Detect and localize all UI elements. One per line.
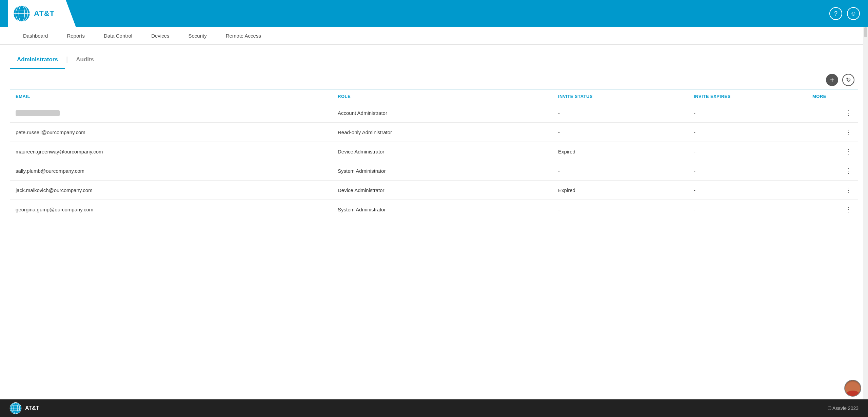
footer-logo: AT&T: [9, 402, 39, 414]
header-icons: ? ☺: [829, 7, 860, 20]
table-row: georgina.gump@ourcompany.comSystem Admin…: [10, 200, 858, 219]
more-options-icon[interactable]: ⋮: [845, 109, 852, 117]
cell-email: georgina.gump@ourcompany.com: [10, 200, 332, 219]
help-icon: ?: [834, 10, 837, 17]
nav-bar: Dashboard Reports Data Control Devices S…: [0, 27, 868, 45]
cell-role: Read-only Administrator: [332, 123, 553, 142]
cell-role: Device Administrator: [332, 181, 553, 200]
table-row: jack.malkovich@ourcompany.comDevice Admi…: [10, 181, 858, 200]
add-admin-button[interactable]: +: [826, 74, 838, 86]
main-content: Administrators | Audits + ↻ EMAIL ROLE: [0, 45, 868, 399]
nav-security[interactable]: Security: [179, 27, 216, 45]
help-button[interactable]: ?: [829, 7, 842, 20]
nav-devices[interactable]: Devices: [142, 27, 179, 45]
tab-administrators[interactable]: Administrators: [10, 51, 65, 69]
cell-more[interactable]: ⋮: [807, 103, 858, 123]
cell-invite-status: -: [553, 200, 688, 219]
att-logo-icon: [13, 5, 31, 22]
logo-area: AT&T: [8, 0, 76, 27]
col-header-role: ROLE: [332, 90, 553, 103]
top-header: AT&T ? ☺: [0, 0, 868, 27]
col-header-invite-status: INVITE STATUS: [553, 90, 688, 103]
col-header-email: EMAIL: [10, 90, 332, 103]
administrators-table: EMAIL ROLE INVITE STATUS INVITE EXPIRES …: [10, 89, 858, 219]
more-options-icon[interactable]: ⋮: [845, 128, 852, 136]
more-options-icon[interactable]: ⋮: [845, 205, 852, 213]
cell-role: System Administrator: [332, 161, 553, 181]
cell-invite-status: Expired: [553, 142, 688, 161]
cell-more[interactable]: ⋮: [807, 161, 858, 181]
refresh-icon: ↻: [846, 77, 851, 84]
more-options-icon[interactable]: ⋮: [845, 167, 852, 175]
tab-audits[interactable]: Audits: [69, 51, 101, 69]
tab-divider: |: [66, 56, 68, 65]
toolbar: + ↻: [10, 69, 858, 89]
cell-email: sally.plumb@ourcompany.com: [10, 161, 332, 181]
nav-remote-access[interactable]: Remote Access: [216, 27, 271, 45]
cell-invite-status: Expired: [553, 181, 688, 200]
cell-role: System Administrator: [332, 200, 553, 219]
cell-email: [10, 103, 332, 123]
avatar-button[interactable]: [844, 380, 861, 397]
cell-invite-status: -: [553, 123, 688, 142]
footer-copyright: © Asavie 2023: [828, 405, 859, 411]
cell-invite-expires: -: [688, 123, 807, 142]
cell-invite-status: -: [553, 161, 688, 181]
avatar-face: [845, 380, 861, 396]
cell-role: Device Administrator: [332, 142, 553, 161]
nav-dashboard[interactable]: Dashboard: [14, 27, 57, 45]
user-profile-button[interactable]: ☺: [847, 7, 860, 20]
nav-reports[interactable]: Reports: [57, 27, 94, 45]
more-options-icon[interactable]: ⋮: [845, 186, 852, 194]
table-header-row: EMAIL ROLE INVITE STATUS INVITE EXPIRES …: [10, 90, 858, 103]
nav-data-control[interactable]: Data Control: [94, 27, 142, 45]
more-options-icon[interactable]: ⋮: [845, 147, 852, 155]
avatar-hair: [846, 391, 859, 396]
cell-more[interactable]: ⋮: [807, 142, 858, 161]
scrollbar-thumb[interactable]: [864, 27, 867, 37]
cell-role: Account Administrator: [332, 103, 553, 123]
refresh-button[interactable]: ↻: [842, 74, 854, 86]
cell-email: pete.russell@ourcompany.com: [10, 123, 332, 142]
cell-invite-expires: -: [688, 161, 807, 181]
blurred-email: [16, 110, 60, 116]
cell-more[interactable]: ⋮: [807, 123, 858, 142]
cell-email: maureen.greenway@ourcompany.com: [10, 142, 332, 161]
table-row: Account Administrator--⋮: [10, 103, 858, 123]
cell-more[interactable]: ⋮: [807, 200, 858, 219]
col-header-invite-expires: INVITE EXPIRES: [688, 90, 807, 103]
scrollbar-track[interactable]: [863, 27, 868, 399]
footer-logo-text: AT&T: [25, 405, 39, 411]
cell-invite-expires: -: [688, 103, 807, 123]
cell-more[interactable]: ⋮: [807, 181, 858, 200]
table-row: pete.russell@ourcompany.comRead-only Adm…: [10, 123, 858, 142]
cell-invite-status: -: [553, 103, 688, 123]
footer: AT&T © Asavie 2023: [0, 399, 868, 417]
cell-invite-expires: -: [688, 142, 807, 161]
col-header-more: MORE: [807, 90, 858, 103]
cell-invite-expires: -: [688, 181, 807, 200]
user-icon: ☺: [850, 10, 856, 17]
footer-att-logo-icon: [9, 402, 22, 414]
table-row: sally.plumb@ourcompany.comSystem Adminis…: [10, 161, 858, 181]
logo-text: AT&T: [34, 9, 55, 18]
table-row: maureen.greenway@ourcompany.comDevice Ad…: [10, 142, 858, 161]
cell-invite-expires: -: [688, 200, 807, 219]
add-icon: +: [830, 76, 834, 84]
cell-email: jack.malkovich@ourcompany.com: [10, 181, 332, 200]
tabs-row: Administrators | Audits: [10, 51, 858, 69]
